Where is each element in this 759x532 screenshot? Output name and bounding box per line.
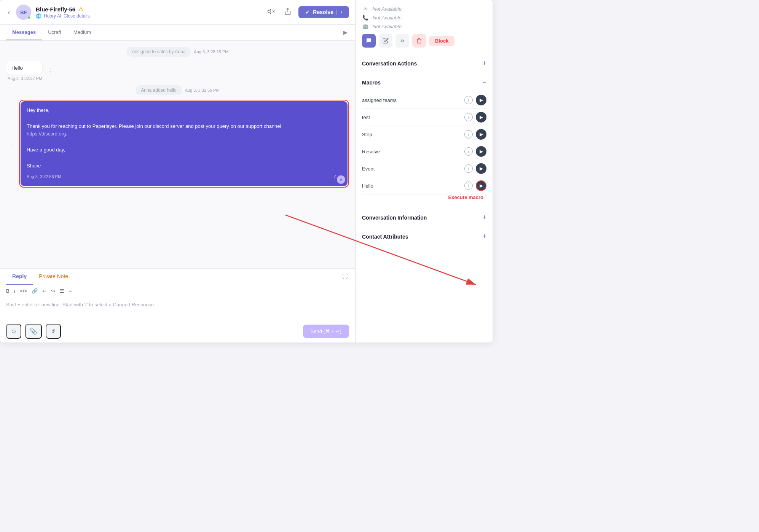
- sender-avatar-small: A: [337, 175, 345, 184]
- back-button[interactable]: ‹: [6, 7, 11, 18]
- contact-attributes-header[interactable]: Contact Attributes +: [356, 227, 493, 246]
- macro-info-button[interactable]: i: [464, 113, 473, 121]
- message-bubble: Hello: [6, 61, 42, 75]
- chat-tabs: Messages Ucraft Medium ▶: [0, 25, 355, 41]
- contact-company: Not Available: [373, 24, 402, 29]
- macros-header[interactable]: Macros −: [356, 73, 493, 92]
- mute-icon[interactable]: [265, 5, 277, 19]
- list-button[interactable]: ☰: [60, 288, 64, 294]
- message-input[interactable]: Shift + enter for new line. Start with '…: [0, 297, 355, 320]
- italic-button[interactable]: I: [14, 288, 16, 294]
- resolve-chevron-icon: ›: [336, 10, 342, 15]
- outgoing-message-bubble: Hey there, Thank you for reaching out to…: [21, 101, 348, 186]
- contact-phone: Not Available: [373, 15, 402, 21]
- contact-phone-row: 📞 Not Available: [362, 15, 486, 21]
- macros-section: Macros − assigned teams i ▶ test i: [356, 73, 493, 208]
- execute-macro-button[interactable]: ▶: [476, 180, 486, 191]
- highlighted-message-wrapper: Hey there, Thank you for reaching out to…: [19, 100, 349, 188]
- warning-icon: ⚠: [78, 6, 83, 12]
- tab-messages[interactable]: Messages: [6, 25, 42, 40]
- close-details-link[interactable]: Close details: [64, 13, 90, 19]
- tab-arrow-icon[interactable]: ▶: [342, 25, 349, 40]
- contact-info: Blue-Firefly-56 ⚠ 🌐 Hoory AI Close detai…: [36, 6, 260, 19]
- bold-button[interactable]: B: [6, 288, 10, 294]
- system-msg-text: Assigned to sales by Anna: [127, 47, 191, 57]
- conversation-actions-header[interactable]: Conversation Actions +: [356, 54, 493, 73]
- message-incoming-1: Hello Aug 3, 3:32:37 PM ⋮: [6, 61, 349, 81]
- macro-run-button[interactable]: ▶: [476, 129, 486, 140]
- conversation-actions-expand-icon[interactable]: +: [482, 59, 486, 67]
- send-button[interactable]: Send (⌘ + ↵): [303, 325, 349, 338]
- contact-name: Blue-Firefly-56: [36, 6, 75, 13]
- macros-collapse-icon[interactable]: −: [482, 78, 486, 86]
- system-message-1: Assigned to sales by Anna Aug 3, 3:28:15…: [6, 47, 349, 57]
- messages-container: Assigned to sales by Anna Aug 3, 3:28:15…: [0, 41, 355, 268]
- contact-attributes-expand-icon[interactable]: +: [482, 233, 486, 241]
- undo-button[interactable]: ↩: [42, 288, 46, 294]
- emoji-button[interactable]: ☺: [6, 324, 21, 339]
- hoory-ai-link[interactable]: Hoory AI: [44, 13, 61, 19]
- macro-info-button[interactable]: i: [464, 164, 473, 173]
- outgoing-options-icon[interactable]: ⋮: [6, 138, 16, 150]
- contact-attributes-section: Contact Attributes +: [356, 227, 493, 246]
- attach-button[interactable]: 📎: [25, 324, 42, 339]
- ordered-list-button[interactable]: ≡: [69, 288, 72, 294]
- message-outgoing-row: ⋮ Hey there, Thank you for reaching out …: [6, 100, 349, 188]
- reply-tabs: Reply Private Note ⛶: [0, 269, 355, 285]
- company-icon: 🏢: [362, 24, 369, 29]
- conversation-actions-section: Conversation Actions +: [356, 54, 493, 73]
- online-indicator: [27, 16, 30, 19]
- macro-info-button[interactable]: i: [464, 182, 473, 190]
- list-item: Event i ▶: [362, 160, 486, 177]
- redo-button[interactable]: ↪: [51, 288, 55, 294]
- macro-run-button[interactable]: ▶: [476, 146, 486, 157]
- resolve-check-icon: ✓: [305, 9, 310, 15]
- tab-ucraft[interactable]: Ucraft: [42, 25, 67, 40]
- macro-info-button[interactable]: i: [464, 96, 473, 104]
- contact-actions: Block: [362, 34, 486, 48]
- macro-run-button[interactable]: ▶: [476, 95, 486, 105]
- code-button[interactable]: </>: [20, 288, 27, 294]
- list-item: test i ▶: [362, 109, 486, 126]
- forward-button[interactable]: [395, 34, 409, 48]
- contact-attributes-title: Contact Attributes: [362, 234, 408, 240]
- contact-details: ✉ Not Available 📞 Not Available 🏢 Not Av…: [356, 0, 493, 54]
- discord-link[interactable]: https://discord.org: [27, 131, 66, 137]
- globe-icon: 🌐: [36, 13, 41, 19]
- conversation-info-title: Conversation Information: [362, 215, 427, 221]
- share-icon[interactable]: [282, 5, 294, 19]
- editor-toolbar: B I </> 🔗 ↩ ↪ ☰ ≡: [0, 285, 355, 297]
- list-item: Step i ▶: [362, 126, 486, 143]
- reply-area: Reply Private Note ⛶ B I </> 🔗 ↩ ↪ ☰ ≡ S…: [0, 268, 355, 342]
- message-contact-button[interactable]: [362, 34, 376, 48]
- edit-contact-button[interactable]: [379, 34, 392, 48]
- macro-run-button[interactable]: ▶: [476, 112, 486, 123]
- resolve-button[interactable]: ✓ Resolve ›: [298, 6, 349, 18]
- audio-button[interactable]: 🎙: [46, 324, 61, 339]
- block-button[interactable]: Block: [429, 36, 454, 46]
- system-message-2: Anna added hello Aug 3, 3:32:56 PM: [6, 85, 349, 95]
- macro-info-button[interactable]: i: [464, 147, 473, 156]
- outgoing-time: Aug 3, 3:32:56 PM: [27, 174, 61, 180]
- resolve-label: Resolve: [313, 9, 333, 15]
- link-button[interactable]: 🔗: [32, 288, 38, 294]
- conversation-info-expand-icon[interactable]: +: [482, 213, 486, 221]
- tab-private-note[interactable]: Private Note: [33, 269, 74, 285]
- tab-medium[interactable]: Medium: [67, 25, 97, 40]
- macro-info-button[interactable]: i: [464, 130, 473, 139]
- reply-expand-icon[interactable]: ⛶: [341, 269, 349, 285]
- contact-email-row: ✉ Not Available: [362, 6, 486, 12]
- macros-list: assigned teams i ▶ test i ▶ Step: [356, 92, 493, 208]
- right-sidebar: ✉ Not Available 📞 Not Available 🏢 Not Av…: [356, 0, 493, 342]
- tab-reply[interactable]: Reply: [6, 269, 33, 285]
- message-options-icon[interactable]: ⋮: [45, 65, 55, 77]
- conversation-info-section: Conversation Information +: [356, 208, 493, 227]
- delete-contact-button[interactable]: [412, 34, 426, 48]
- email-icon: ✉: [362, 6, 369, 12]
- list-item: Resolve i ▶: [362, 143, 486, 160]
- phone-icon: 📞: [362, 15, 369, 21]
- macro-run-button[interactable]: ▶: [476, 163, 486, 174]
- conversation-info-header[interactable]: Conversation Information +: [356, 208, 493, 227]
- list-item: Hello i ▶: [362, 177, 486, 194]
- execute-macro-label: Execute macro: [362, 194, 486, 203]
